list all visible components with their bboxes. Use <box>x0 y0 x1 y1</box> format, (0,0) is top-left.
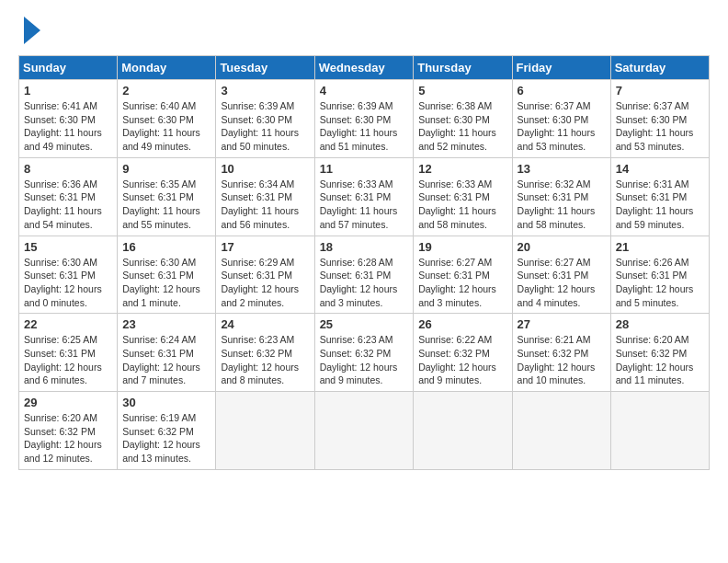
day-number: 1 <box>24 84 112 98</box>
logo <box>18 15 40 48</box>
day-number: 30 <box>122 396 210 409</box>
calendar-table: SundayMondayTuesdayWednesdayThursdayFrid… <box>18 55 710 470</box>
calendar-cell: 11Sunrise: 6:33 AMSunset: 6:31 PMDayligh… <box>314 157 414 236</box>
day-number: 19 <box>418 240 506 254</box>
day-info: Sunrise: 6:22 AMSunset: 6:32 PMDaylight:… <box>418 333 506 387</box>
calendar-cell: 5Sunrise: 6:38 AMSunset: 6:30 PMDaylight… <box>414 80 512 158</box>
day-of-week-header: Wednesday <box>314 56 414 80</box>
calendar-cell <box>314 392 414 470</box>
calendar-cell: 13Sunrise: 6:32 AMSunset: 6:31 PMDayligh… <box>512 157 610 236</box>
day-info: Sunrise: 6:26 AMSunset: 6:31 PMDaylight:… <box>616 256 704 310</box>
day-number: 22 <box>24 317 112 331</box>
calendar-cell: 22Sunrise: 6:25 AMSunset: 6:31 PMDayligh… <box>19 314 118 392</box>
calendar-cell: 16Sunrise: 6:30 AMSunset: 6:31 PMDayligh… <box>118 236 216 314</box>
calendar-cell: 20Sunrise: 6:27 AMSunset: 6:31 PMDayligh… <box>512 236 610 314</box>
day-info: Sunrise: 6:30 AMSunset: 6:31 PMDaylight:… <box>24 256 112 310</box>
day-info: Sunrise: 6:32 AMSunset: 6:31 PMDaylight:… <box>518 178 606 232</box>
day-info: Sunrise: 6:20 AMSunset: 6:32 PMDaylight:… <box>616 333 704 387</box>
calendar-cell: 15Sunrise: 6:30 AMSunset: 6:31 PMDayligh… <box>19 236 118 314</box>
day-info: Sunrise: 6:38 AMSunset: 6:30 PMDaylight:… <box>418 99 506 154</box>
calendar-week-row: 1Sunrise: 6:41 AMSunset: 6:30 PMDaylight… <box>19 80 710 158</box>
day-info: Sunrise: 6:39 AMSunset: 6:30 PMDaylight:… <box>221 99 309 154</box>
calendar-cell: 25Sunrise: 6:23 AMSunset: 6:32 PMDayligh… <box>314 314 414 392</box>
calendar-cell: 7Sunrise: 6:37 AMSunset: 6:30 PMDaylight… <box>610 80 709 158</box>
calendar-week-row: 8Sunrise: 6:36 AMSunset: 6:31 PMDaylight… <box>19 157 710 236</box>
calendar-cell: 14Sunrise: 6:31 AMSunset: 6:31 PMDayligh… <box>610 157 709 236</box>
calendar-cell <box>414 392 512 470</box>
day-info: Sunrise: 6:33 AMSunset: 6:31 PMDaylight:… <box>418 178 506 232</box>
day-number: 26 <box>418 317 506 331</box>
calendar-cell <box>216 392 314 470</box>
day-number: 25 <box>320 317 409 331</box>
calendar-cell: 28Sunrise: 6:20 AMSunset: 6:32 PMDayligh… <box>610 314 709 392</box>
day-info: Sunrise: 6:30 AMSunset: 6:31 PMDaylight:… <box>122 256 210 310</box>
calendar-cell: 2Sunrise: 6:40 AMSunset: 6:30 PMDaylight… <box>118 80 216 158</box>
day-number: 2 <box>122 84 210 98</box>
day-number: 5 <box>418 84 506 98</box>
day-number: 3 <box>221 84 309 98</box>
day-of-week-header: Thursday <box>414 56 512 80</box>
day-of-week-header: Saturday <box>610 56 709 80</box>
day-number: 13 <box>518 162 606 176</box>
calendar-cell: 27Sunrise: 6:21 AMSunset: 6:32 PMDayligh… <box>512 314 610 392</box>
day-of-week-header: Monday <box>118 56 216 80</box>
day-number: 9 <box>122 162 210 176</box>
day-number: 15 <box>24 240 112 254</box>
day-number: 7 <box>616 84 704 98</box>
day-info: Sunrise: 6:27 AMSunset: 6:31 PMDaylight:… <box>518 256 606 310</box>
day-info: Sunrise: 6:24 AMSunset: 6:31 PMDaylight:… <box>122 333 210 387</box>
day-info: Sunrise: 6:29 AMSunset: 6:31 PMDaylight:… <box>221 256 309 310</box>
calendar-cell: 4Sunrise: 6:39 AMSunset: 6:30 PMDaylight… <box>314 80 414 158</box>
day-number: 18 <box>320 240 409 254</box>
calendar-cell: 26Sunrise: 6:22 AMSunset: 6:32 PMDayligh… <box>414 314 512 392</box>
calendar-cell: 3Sunrise: 6:39 AMSunset: 6:30 PMDaylight… <box>216 80 314 158</box>
day-number: 12 <box>418 162 506 176</box>
logo-triangle-icon <box>24 17 40 48</box>
calendar-cell: 6Sunrise: 6:37 AMSunset: 6:30 PMDaylight… <box>512 80 610 158</box>
day-info: Sunrise: 6:40 AMSunset: 6:30 PMDaylight:… <box>122 99 210 154</box>
day-of-week-header: Friday <box>512 56 610 80</box>
day-info: Sunrise: 6:21 AMSunset: 6:32 PMDaylight:… <box>518 333 606 387</box>
calendar-cell: 8Sunrise: 6:36 AMSunset: 6:31 PMDaylight… <box>19 157 118 236</box>
day-of-week-header: Sunday <box>19 56 118 80</box>
calendar-cell <box>610 392 709 470</box>
day-info: Sunrise: 6:33 AMSunset: 6:31 PMDaylight:… <box>320 178 409 232</box>
day-number: 29 <box>24 396 112 409</box>
calendar-cell: 10Sunrise: 6:34 AMSunset: 6:31 PMDayligh… <box>216 157 314 236</box>
calendar-cell: 17Sunrise: 6:29 AMSunset: 6:31 PMDayligh… <box>216 236 314 314</box>
day-number: 8 <box>24 162 112 176</box>
day-number: 17 <box>221 240 309 254</box>
calendar-week-row: 22Sunrise: 6:25 AMSunset: 6:31 PMDayligh… <box>19 314 710 392</box>
calendar-cell: 23Sunrise: 6:24 AMSunset: 6:31 PMDayligh… <box>118 314 216 392</box>
calendar-cell: 19Sunrise: 6:27 AMSunset: 6:31 PMDayligh… <box>414 236 512 314</box>
calendar-cell: 12Sunrise: 6:33 AMSunset: 6:31 PMDayligh… <box>414 157 512 236</box>
day-number: 11 <box>320 162 409 176</box>
day-info: Sunrise: 6:35 AMSunset: 6:31 PMDaylight:… <box>122 178 210 232</box>
day-info: Sunrise: 6:20 AMSunset: 6:32 PMDaylight:… <box>24 411 112 465</box>
calendar-cell: 9Sunrise: 6:35 AMSunset: 6:31 PMDaylight… <box>118 157 216 236</box>
day-number: 28 <box>616 317 704 331</box>
day-info: Sunrise: 6:41 AMSunset: 6:30 PMDaylight:… <box>24 99 112 154</box>
calendar-week-row: 15Sunrise: 6:30 AMSunset: 6:31 PMDayligh… <box>19 236 710 314</box>
day-info: Sunrise: 6:39 AMSunset: 6:30 PMDaylight:… <box>320 99 409 154</box>
day-info: Sunrise: 6:23 AMSunset: 6:32 PMDaylight:… <box>320 333 409 387</box>
calendar-cell: 24Sunrise: 6:23 AMSunset: 6:32 PMDayligh… <box>216 314 314 392</box>
day-number: 6 <box>518 84 606 98</box>
day-number: 21 <box>616 240 704 254</box>
day-number: 14 <box>616 162 704 176</box>
day-number: 16 <box>122 240 210 254</box>
day-info: Sunrise: 6:27 AMSunset: 6:31 PMDaylight:… <box>418 256 506 310</box>
day-number: 23 <box>122 317 210 331</box>
day-info: Sunrise: 6:28 AMSunset: 6:31 PMDaylight:… <box>320 256 409 310</box>
calendar-week-row: 29Sunrise: 6:20 AMSunset: 6:32 PMDayligh… <box>19 392 710 470</box>
day-info: Sunrise: 6:25 AMSunset: 6:31 PMDaylight:… <box>24 333 112 387</box>
calendar-cell: 18Sunrise: 6:28 AMSunset: 6:31 PMDayligh… <box>314 236 414 314</box>
calendar-cell: 29Sunrise: 6:20 AMSunset: 6:32 PMDayligh… <box>19 392 118 470</box>
day-number: 4 <box>320 84 409 98</box>
day-info: Sunrise: 6:19 AMSunset: 6:32 PMDaylight:… <box>122 411 210 465</box>
day-of-week-header: Tuesday <box>216 56 314 80</box>
day-info: Sunrise: 6:37 AMSunset: 6:30 PMDaylight:… <box>616 99 704 154</box>
day-number: 10 <box>221 162 309 176</box>
day-info: Sunrise: 6:37 AMSunset: 6:30 PMDaylight:… <box>518 99 606 154</box>
day-info: Sunrise: 6:31 AMSunset: 6:31 PMDaylight:… <box>616 178 704 232</box>
